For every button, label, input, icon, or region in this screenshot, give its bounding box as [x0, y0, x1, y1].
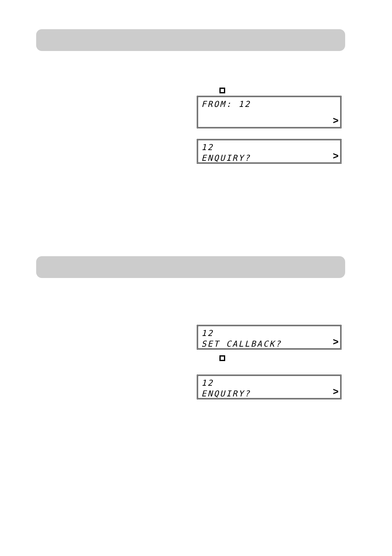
- section-banner-2: [36, 256, 345, 278]
- lcd-text-enquiry: ENQUIRY?: [201, 389, 251, 398]
- marker-square-icon: [219, 88, 225, 93]
- chevron-right-icon: >: [333, 336, 339, 348]
- lcd-text-number: 12: [201, 142, 214, 152]
- lcd-display-enquiry-1: 12 ENQUIRY? >: [197, 139, 341, 164]
- lcd-text-enquiry: ENQUIRY?: [201, 153, 251, 163]
- lcd-text-callback: SET CALLBACK?: [201, 339, 282, 349]
- lcd-text-number: 12: [201, 378, 214, 388]
- marker-square-icon: [219, 355, 225, 361]
- lcd-text-number: 12: [201, 328, 214, 338]
- lcd-display-callback: 12 SET CALLBACK? >: [197, 325, 341, 350]
- lcd-display-from: FROM: 12 >: [197, 96, 341, 128]
- lcd-text-from: FROM: 12: [201, 99, 251, 109]
- chevron-right-icon: >: [333, 386, 339, 397]
- section-banner-1: [36, 29, 345, 51]
- chevron-right-icon: >: [333, 150, 339, 162]
- chevron-right-icon: >: [333, 115, 339, 126]
- lcd-display-enquiry-2: 12 ENQUIRY? >: [197, 375, 341, 399]
